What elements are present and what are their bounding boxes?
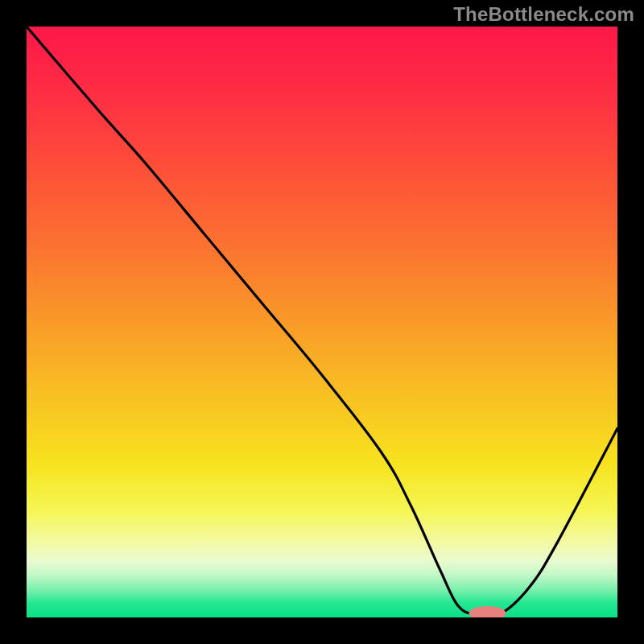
- chart-svg: [0, 0, 644, 644]
- chart-stage: TheBottleneck.com: [0, 0, 644, 644]
- watermark-text: TheBottleneck.com: [453, 3, 634, 26]
- optimum-marker: [469, 606, 506, 621]
- plot-background: [27, 27, 617, 617]
